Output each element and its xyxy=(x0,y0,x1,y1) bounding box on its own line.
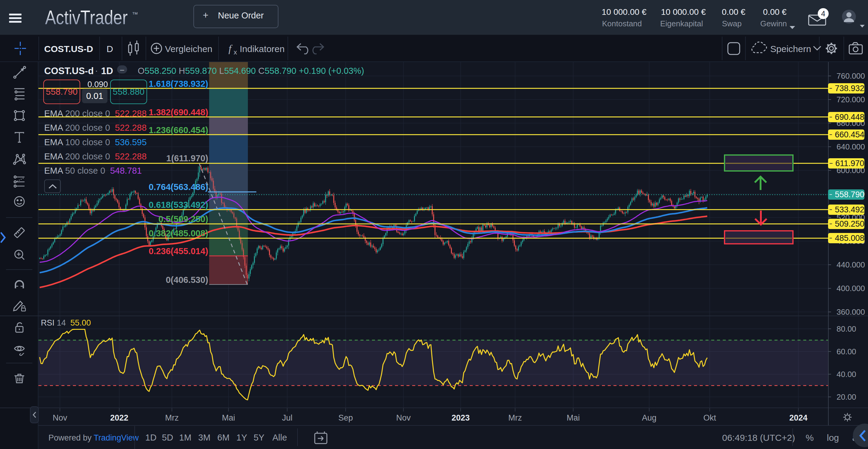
svg-text:x: x xyxy=(234,49,237,56)
svg-text:f: f xyxy=(228,43,233,54)
